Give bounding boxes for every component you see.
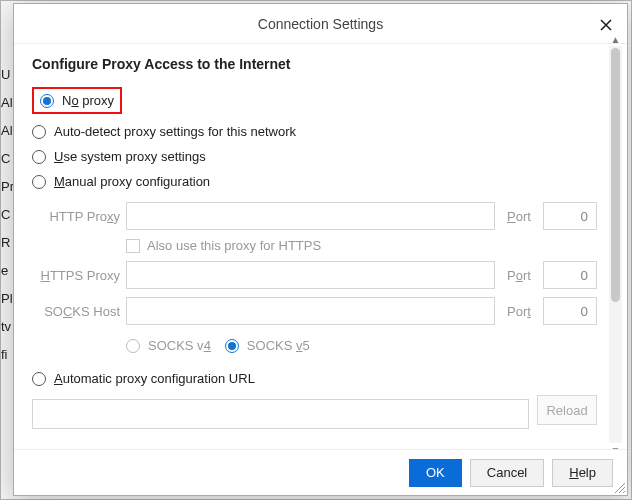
https-port-input[interactable] — [543, 261, 597, 289]
scrollbar[interactable]: ▲ ▼ — [609, 46, 622, 443]
http-port-input[interactable] — [543, 202, 597, 230]
dialog-body: Configure Proxy Access to the Internet N… — [22, 44, 607, 445]
http-proxy-row: HTTP Proxy Port — [32, 202, 597, 230]
radio-icon — [225, 339, 239, 353]
also-https-label: Also use this proxy for HTTPS — [147, 238, 321, 253]
option-no-proxy[interactable]: No proxy — [32, 82, 597, 119]
socks-host-label: SOCKS Host — [32, 304, 120, 319]
socks-version-row: SOCKS v4 SOCKS v5 — [126, 333, 597, 358]
socks-v4-option[interactable]: SOCKS v4 — [126, 333, 211, 358]
connection-settings-dialog: Connection Settings Configure Proxy Acce… — [13, 3, 628, 496]
socks-v5-option[interactable]: SOCKS v5 — [225, 333, 310, 358]
also-https-row[interactable]: Also use this proxy for HTTPS — [126, 238, 597, 253]
close-icon — [599, 18, 613, 32]
radio-icon — [32, 125, 46, 139]
reload-button[interactable]: Reload — [537, 395, 597, 425]
option-auto-config-url[interactable]: Automatic proxy configuration URL — [32, 366, 597, 391]
http-proxy-input[interactable] — [126, 202, 495, 230]
port-label: Port — [507, 209, 537, 224]
scrollbar-thumb[interactable] — [611, 48, 620, 302]
radio-icon — [32, 372, 46, 386]
scroll-up-icon[interactable]: ▲ — [609, 32, 622, 46]
option-auto-detect[interactable]: Auto-detect proxy settings for this netw… — [32, 119, 597, 144]
socks-port-input[interactable] — [543, 297, 597, 325]
option-label: Automatic proxy configuration URL — [54, 371, 255, 386]
radio-icon — [126, 339, 140, 353]
http-proxy-label: HTTP Proxy — [32, 209, 120, 224]
highlight-annotation: No proxy — [32, 87, 122, 114]
https-proxy-label: HTTPS Proxy — [32, 268, 120, 283]
ok-button[interactable]: OK — [409, 459, 462, 487]
option-manual[interactable]: Manual proxy configuration — [32, 169, 597, 194]
socks-host-row: SOCKS Host Port — [32, 297, 597, 325]
help-button[interactable]: Help — [552, 459, 613, 487]
option-label: SOCKS v5 — [247, 338, 310, 353]
resize-grip-icon[interactable] — [612, 480, 626, 494]
checkbox-icon — [126, 239, 140, 253]
option-label: Use system proxy settings — [54, 149, 206, 164]
option-label: Auto-detect proxy settings for this netw… — [54, 124, 296, 139]
option-label: No proxy — [62, 93, 114, 108]
auto-config-url-input[interactable] — [32, 399, 529, 429]
cancel-button[interactable]: Cancel — [470, 459, 544, 487]
https-proxy-row: HTTPS Proxy Port — [32, 261, 597, 289]
radio-icon — [32, 175, 46, 189]
radio-icon — [32, 150, 46, 164]
auto-url-row: Reload — [32, 391, 597, 429]
option-label: SOCKS v4 — [148, 338, 211, 353]
no-proxy-for-label: No proxy for — [32, 443, 597, 445]
port-label: Port — [507, 268, 537, 283]
dialog-footer: OK Cancel Help — [14, 449, 627, 495]
dialog-header: Connection Settings — [14, 4, 627, 44]
dialog-title: Connection Settings — [258, 16, 383, 32]
https-proxy-input[interactable] — [126, 261, 495, 289]
port-label: Port — [507, 304, 537, 319]
socks-host-input[interactable] — [126, 297, 495, 325]
section-title: Configure Proxy Access to the Internet — [32, 56, 597, 72]
radio-icon — [40, 94, 54, 108]
option-label: Manual proxy configuration — [54, 174, 210, 189]
option-use-system[interactable]: Use system proxy settings — [32, 144, 597, 169]
